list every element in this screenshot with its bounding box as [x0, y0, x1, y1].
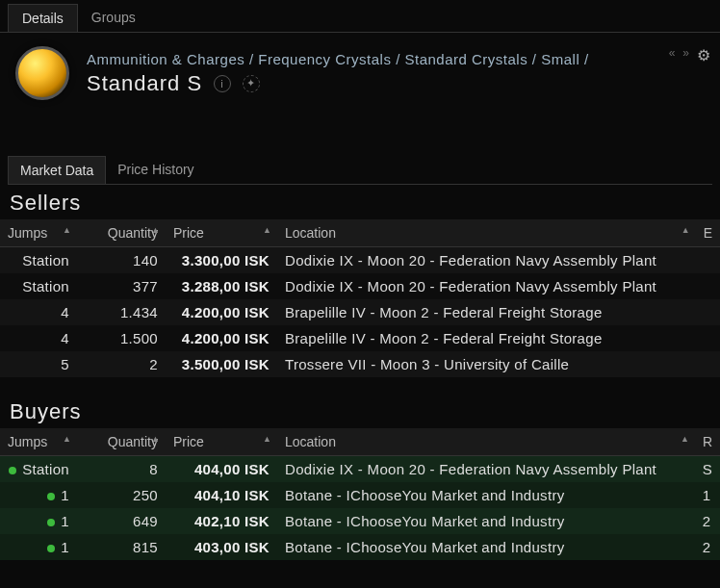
cell-qty: 140: [77, 247, 166, 273]
table-row[interactable]: 1 815 403,00 ISK Botane - IChooseYou Mar…: [0, 534, 720, 560]
nav-forward-button[interactable]: »: [682, 46, 689, 64]
col-price[interactable]: Price▲: [166, 219, 277, 247]
cell-jumps: Station: [0, 456, 77, 482]
item-title-row: Standard S i ✦: [87, 71, 705, 96]
top-tabs: Details Groups: [0, 0, 720, 33]
status-dot-icon: [9, 467, 16, 474]
cell-ext: 2: [695, 508, 720, 534]
buyers-title: Buyers: [0, 394, 720, 428]
table-row[interactable]: 4 1.500 4.200,00 ISK Brapelille IV - Moo…: [0, 325, 720, 351]
cell-qty: 250: [77, 482, 166, 508]
cell-ext: 2: [695, 534, 720, 560]
status-dot-icon: [47, 493, 55, 500]
cell-location: Dodixie IX - Moon 20 - Federation Navy A…: [277, 273, 703, 299]
buyers-scroll[interactable]: Station 8 404,00 ISK Dodixie IX - Moon 2…: [0, 456, 720, 581]
cell-ext: [703, 299, 720, 325]
table-row[interactable]: Station 8 404,00 ISK Dodixie IX - Moon 2…: [0, 456, 720, 482]
col-jumps[interactable]: Jumps▲: [0, 219, 77, 247]
breadcrumb-2[interactable]: Standard Crystals: [404, 51, 527, 67]
col-quantity[interactable]: Quantity▲: [77, 428, 166, 456]
cell-price: 404,00 ISK: [166, 456, 277, 482]
status-dot-icon: [47, 545, 55, 552]
table-row[interactable]: 5 2 3.500,00 ISK Trossere VII - Moon 3 -…: [0, 351, 720, 377]
col-ext[interactable]: E: [696, 219, 720, 247]
cell-qty: 649: [77, 508, 166, 534]
cell-qty: 8: [77, 456, 166, 482]
tab-details[interactable]: Details: [8, 4, 78, 32]
cell-jumps: 1: [0, 508, 77, 534]
cell-price: 3.288,00 ISK: [166, 273, 277, 299]
table-row[interactable]: 1 649 402,10 ISK Botane - IChooseYou Mar…: [0, 508, 720, 534]
breadcrumb: Ammunition & Charges / Frequency Crystal…: [87, 51, 705, 67]
info-icon[interactable]: i: [214, 75, 231, 92]
nav-controls: « » ⚙: [669, 46, 710, 64]
cell-jumps: Station: [0, 247, 77, 273]
cell-price: 403,00 ISK: [166, 534, 277, 560]
cell-location: Botane - IChooseYou Market and Industry: [277, 508, 695, 534]
nav-back-button[interactable]: «: [669, 46, 676, 64]
gear-icon[interactable]: ⚙: [697, 46, 710, 64]
cell-price: 3.300,00 ISK: [166, 247, 277, 273]
cell-ext: [703, 247, 720, 273]
sellers-header: Jumps▲ Quantity▲ Price▲ Location▲ E: [0, 219, 720, 247]
col-price[interactable]: Price▲: [166, 428, 277, 456]
cell-ext: 1: [695, 482, 720, 508]
cell-jumps: 4: [0, 325, 77, 351]
cell-qty: 815: [77, 534, 166, 560]
table-row[interactable]: Station 140 3.300,00 ISK Dodixie IX - Mo…: [0, 247, 720, 273]
table-row[interactable]: 1 250 404,10 ISK Botane - IChooseYou Mar…: [0, 482, 720, 508]
market-tabs: Market Data Price History: [8, 156, 712, 185]
cell-location: Brapelille IV - Moon 2 - Federal Freight…: [277, 299, 703, 325]
cell-location: Botane - IChooseYou Market and Industry: [277, 482, 695, 508]
item-header: Ammunition & Charges / Frequency Crystal…: [0, 33, 720, 110]
target-icon[interactable]: ✦: [243, 75, 260, 92]
sellers-title: Sellers: [0, 185, 720, 219]
cell-ext: [703, 351, 720, 377]
cell-location: Brapelille IV - Moon 2 - Federal Freight…: [277, 325, 703, 351]
sellers-scroll[interactable]: Station 140 3.300,00 ISK Dodixie IX - Mo…: [0, 247, 720, 394]
buyers-header: Jumps▲ Quantity▲ Price▲ Location▲ R: [0, 428, 720, 456]
table-row[interactable]: Station 377 3.288,00 ISK Dodixie IX - Mo…: [0, 273, 720, 299]
cell-jumps: 4: [0, 299, 77, 325]
col-ext[interactable]: R: [695, 428, 720, 456]
tab-market-data[interactable]: Market Data: [8, 156, 106, 184]
cell-location: Dodixie IX - Moon 20 - Federation Navy A…: [277, 247, 703, 273]
cell-ext: [703, 325, 720, 351]
cell-qty: 2: [77, 351, 166, 377]
cell-location: Dodixie IX - Moon 20 - Federation Navy A…: [277, 456, 695, 482]
cell-jumps: Station: [0, 273, 77, 299]
col-location[interactable]: Location▲: [277, 219, 696, 247]
cell-price: 404,10 ISK: [166, 482, 277, 508]
item-name: Standard S: [87, 71, 202, 96]
cell-jumps: 5: [0, 351, 77, 377]
cell-price: 3.500,00 ISK: [166, 351, 277, 377]
breadcrumb-1[interactable]: Frequency Crystals: [258, 51, 391, 67]
cell-ext: S: [695, 456, 720, 482]
sellers-body: Station 140 3.300,00 ISK Dodixie IX - Mo…: [0, 247, 720, 377]
cell-price: 402,10 ISK: [166, 508, 277, 534]
col-jumps[interactable]: Jumps▲: [0, 428, 77, 456]
cell-jumps: 1: [0, 482, 77, 508]
tab-price-history[interactable]: Price History: [106, 156, 205, 184]
status-dot-icon: [47, 519, 55, 526]
buyers-body: Station 8 404,00 ISK Dodixie IX - Moon 2…: [0, 456, 720, 560]
cell-location: Trossere VII - Moon 3 - University of Ca…: [277, 351, 703, 377]
col-location[interactable]: Location▲: [277, 428, 695, 456]
cell-qty: 377: [77, 273, 166, 299]
col-quantity[interactable]: Quantity▲: [77, 219, 166, 247]
cell-qty: 1.500: [77, 325, 166, 351]
cell-price: 4.200,00 ISK: [166, 325, 277, 351]
breadcrumb-0[interactable]: Ammunition & Charges: [87, 51, 244, 67]
tab-groups[interactable]: Groups: [78, 4, 149, 32]
item-icon: [15, 46, 69, 100]
cell-price: 4.200,00 ISK: [166, 299, 277, 325]
cell-jumps: 1: [0, 534, 77, 560]
cell-qty: 1.434: [77, 299, 166, 325]
table-row[interactable]: 4 1.434 4.200,00 ISK Brapelille IV - Moo…: [0, 299, 720, 325]
cell-ext: [703, 273, 720, 299]
breadcrumb-3[interactable]: Small: [541, 51, 579, 67]
cell-location: Botane - IChooseYou Market and Industry: [277, 534, 695, 560]
